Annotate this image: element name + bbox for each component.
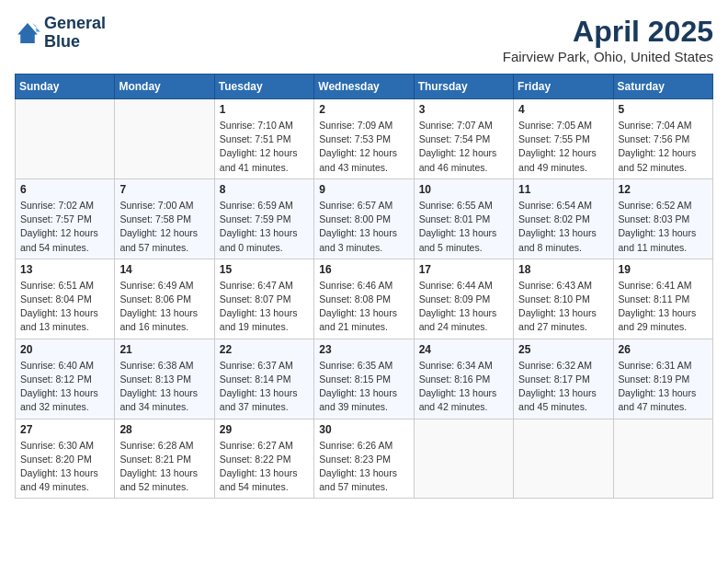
day-number: 17 xyxy=(419,263,508,276)
calendar-header: SundayMondayTuesdayWednesdayThursdayFrid… xyxy=(16,75,713,99)
day-number: 24 xyxy=(419,343,508,356)
calendar-cell: 11Sunrise: 6:54 AM Sunset: 8:02 PM Dayli… xyxy=(514,178,613,259)
day-info: Sunrise: 6:44 AM Sunset: 8:09 PM Dayligh… xyxy=(419,279,508,335)
calendar-cell: 25Sunrise: 6:32 AM Sunset: 8:17 PM Dayli… xyxy=(514,339,613,419)
calendar-week-4: 20Sunrise: 6:40 AM Sunset: 8:12 PM Dayli… xyxy=(16,339,713,419)
calendar-cell: 6Sunrise: 7:02 AM Sunset: 7:57 PM Daylig… xyxy=(16,178,115,259)
day-number: 16 xyxy=(319,263,408,276)
header-row: SundayMondayTuesdayWednesdayThursdayFrid… xyxy=(16,75,713,99)
day-info: Sunrise: 6:54 AM Sunset: 8:02 PM Dayligh… xyxy=(518,199,608,255)
day-info: Sunrise: 6:47 AM Sunset: 8:07 PM Dayligh… xyxy=(220,279,309,335)
calendar-cell: 19Sunrise: 6:41 AM Sunset: 8:11 PM Dayli… xyxy=(613,259,712,339)
day-number: 11 xyxy=(518,183,608,196)
day-info: Sunrise: 7:00 AM Sunset: 7:58 PM Dayligh… xyxy=(119,199,209,255)
calendar-cell: 9Sunrise: 6:57 AM Sunset: 8:00 PM Daylig… xyxy=(314,178,414,259)
calendar-cell: 5Sunrise: 7:04 AM Sunset: 7:56 PM Daylig… xyxy=(613,99,712,179)
day-number: 14 xyxy=(119,263,209,276)
calendar-cell: 14Sunrise: 6:49 AM Sunset: 8:06 PM Dayli… xyxy=(115,259,214,339)
calendar-cell: 4Sunrise: 7:05 AM Sunset: 7:55 PM Daylig… xyxy=(514,99,613,179)
calendar-cell: 13Sunrise: 6:51 AM Sunset: 8:04 PM Dayli… xyxy=(16,259,115,339)
calendar-cell: 28Sunrise: 6:28 AM Sunset: 8:21 PM Dayli… xyxy=(115,419,214,499)
calendar-cell: 27Sunrise: 6:30 AM Sunset: 8:20 PM Dayli… xyxy=(16,419,115,499)
calendar-cell: 8Sunrise: 6:59 AM Sunset: 7:59 PM Daylig… xyxy=(214,178,313,259)
calendar-week-2: 6Sunrise: 7:02 AM Sunset: 7:57 PM Daylig… xyxy=(16,178,713,259)
day-info: Sunrise: 7:05 AM Sunset: 7:55 PM Dayligh… xyxy=(518,119,608,175)
calendar-cell xyxy=(115,99,214,179)
day-info: Sunrise: 6:27 AM Sunset: 8:22 PM Dayligh… xyxy=(220,439,309,495)
day-number: 15 xyxy=(220,263,309,276)
logo-icon xyxy=(15,20,40,46)
calendar-cell: 17Sunrise: 6:44 AM Sunset: 8:09 PM Dayli… xyxy=(414,259,513,339)
day-number: 26 xyxy=(619,343,708,356)
calendar-week-3: 13Sunrise: 6:51 AM Sunset: 8:04 PM Dayli… xyxy=(16,259,713,339)
day-number: 12 xyxy=(619,183,708,196)
day-info: Sunrise: 7:09 AM Sunset: 7:53 PM Dayligh… xyxy=(319,119,408,175)
day-info: Sunrise: 6:59 AM Sunset: 7:59 PM Dayligh… xyxy=(220,199,309,255)
calendar-cell: 7Sunrise: 7:00 AM Sunset: 7:58 PM Daylig… xyxy=(115,178,214,259)
day-info: Sunrise: 6:40 AM Sunset: 8:12 PM Dayligh… xyxy=(20,359,109,415)
calendar-cell xyxy=(16,99,115,179)
day-number: 3 xyxy=(419,103,508,116)
day-number: 6 xyxy=(20,183,109,196)
day-info: Sunrise: 7:04 AM Sunset: 7:56 PM Dayligh… xyxy=(619,119,708,175)
day-info: Sunrise: 6:26 AM Sunset: 8:23 PM Dayligh… xyxy=(319,439,408,495)
day-info: Sunrise: 6:55 AM Sunset: 8:01 PM Dayligh… xyxy=(419,199,508,255)
day-number: 2 xyxy=(319,103,408,116)
calendar-cell: 30Sunrise: 6:26 AM Sunset: 8:23 PM Dayli… xyxy=(314,419,414,499)
day-header-wednesday: Wednesday xyxy=(314,75,414,99)
calendar-cell: 2Sunrise: 7:09 AM Sunset: 7:53 PM Daylig… xyxy=(314,99,414,179)
day-info: Sunrise: 6:43 AM Sunset: 8:10 PM Dayligh… xyxy=(518,279,608,335)
day-header-tuesday: Tuesday xyxy=(214,75,313,99)
svg-marker-0 xyxy=(17,23,38,43)
calendar-cell xyxy=(514,419,613,499)
calendar-cell: 23Sunrise: 6:35 AM Sunset: 8:15 PM Dayli… xyxy=(314,339,414,419)
day-header-sunday: Sunday xyxy=(16,75,115,99)
logo-text: General Blue xyxy=(44,15,106,52)
calendar-body: 1Sunrise: 7:10 AM Sunset: 7:51 PM Daylig… xyxy=(16,99,713,499)
calendar-cell: 16Sunrise: 6:46 AM Sunset: 8:08 PM Dayli… xyxy=(314,259,414,339)
day-header-thursday: Thursday xyxy=(414,75,513,99)
calendar-week-5: 27Sunrise: 6:30 AM Sunset: 8:20 PM Dayli… xyxy=(16,419,713,499)
day-number: 19 xyxy=(619,263,708,276)
day-number: 8 xyxy=(220,183,309,196)
day-number: 20 xyxy=(20,343,109,356)
calendar-cell: 26Sunrise: 6:31 AM Sunset: 8:19 PM Dayli… xyxy=(613,339,712,419)
day-number: 7 xyxy=(119,183,209,196)
day-info: Sunrise: 6:52 AM Sunset: 8:03 PM Dayligh… xyxy=(619,199,708,255)
day-info: Sunrise: 6:32 AM Sunset: 8:17 PM Dayligh… xyxy=(518,359,608,415)
day-info: Sunrise: 6:49 AM Sunset: 8:06 PM Dayligh… xyxy=(119,279,209,335)
day-header-monday: Monday xyxy=(115,75,214,99)
day-number: 18 xyxy=(518,263,608,276)
calendar-cell: 1Sunrise: 7:10 AM Sunset: 7:51 PM Daylig… xyxy=(214,99,313,179)
calendar-cell: 21Sunrise: 6:38 AM Sunset: 8:13 PM Dayli… xyxy=(115,339,214,419)
day-info: Sunrise: 6:38 AM Sunset: 8:13 PM Dayligh… xyxy=(119,359,209,415)
calendar-cell: 15Sunrise: 6:47 AM Sunset: 8:07 PM Dayli… xyxy=(214,259,313,339)
calendar-week-1: 1Sunrise: 7:10 AM Sunset: 7:51 PM Daylig… xyxy=(16,99,713,179)
calendar-cell: 24Sunrise: 6:34 AM Sunset: 8:16 PM Dayli… xyxy=(414,339,513,419)
day-info: Sunrise: 6:57 AM Sunset: 8:00 PM Dayligh… xyxy=(319,199,408,255)
day-info: Sunrise: 7:10 AM Sunset: 7:51 PM Dayligh… xyxy=(220,119,309,175)
day-info: Sunrise: 6:34 AM Sunset: 8:16 PM Dayligh… xyxy=(419,359,508,415)
day-number: 23 xyxy=(319,343,408,356)
day-number: 25 xyxy=(518,343,608,356)
day-header-saturday: Saturday xyxy=(613,75,712,99)
calendar-cell: 29Sunrise: 6:27 AM Sunset: 8:22 PM Dayli… xyxy=(214,419,313,499)
calendar-cell xyxy=(613,419,712,499)
logo: General Blue xyxy=(15,15,106,52)
calendar-cell: 12Sunrise: 6:52 AM Sunset: 8:03 PM Dayli… xyxy=(613,178,712,259)
day-info: Sunrise: 6:51 AM Sunset: 8:04 PM Dayligh… xyxy=(20,279,109,335)
day-number: 9 xyxy=(319,183,408,196)
day-number: 29 xyxy=(220,423,309,436)
location: Fairview Park, Ohio, United States xyxy=(503,49,713,64)
day-number: 5 xyxy=(619,103,708,116)
day-info: Sunrise: 6:35 AM Sunset: 8:15 PM Dayligh… xyxy=(319,359,408,415)
day-info: Sunrise: 6:37 AM Sunset: 8:14 PM Dayligh… xyxy=(220,359,309,415)
day-number: 21 xyxy=(119,343,209,356)
calendar-table: SundayMondayTuesdayWednesdayThursdayFrid… xyxy=(15,74,713,499)
calendar-cell: 20Sunrise: 6:40 AM Sunset: 8:12 PM Dayli… xyxy=(16,339,115,419)
day-header-friday: Friday xyxy=(514,75,613,99)
day-number: 1 xyxy=(220,103,309,116)
day-number: 27 xyxy=(20,423,109,436)
day-number: 4 xyxy=(518,103,608,116)
day-info: Sunrise: 7:07 AM Sunset: 7:54 PM Dayligh… xyxy=(419,119,508,175)
